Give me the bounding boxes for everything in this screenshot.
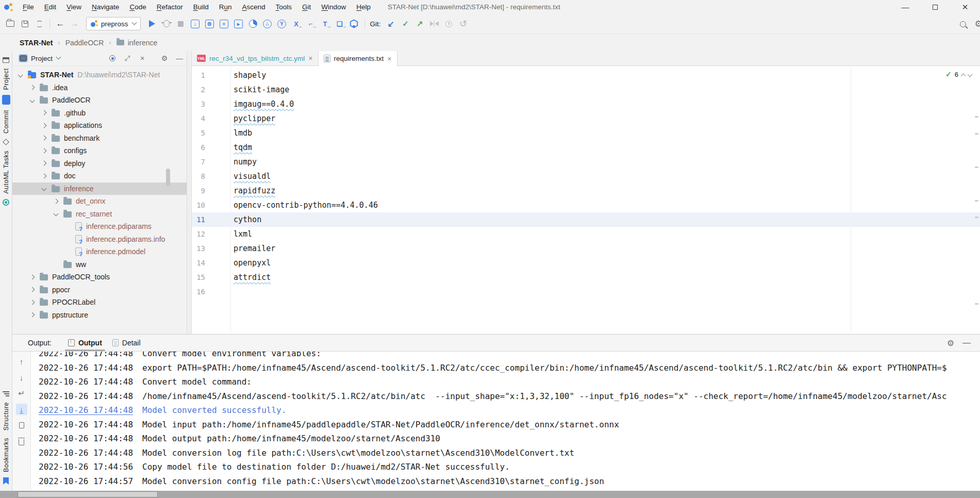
- scroll-down-button[interactable]: ↓: [16, 372, 27, 383]
- project-tool-icon[interactable]: [3, 57, 9, 63]
- tree-row[interactable]: PaddleOCR_tools: [12, 271, 187, 284]
- chevron-icon[interactable]: [30, 312, 35, 318]
- model-download-button[interactable]: ↓: [189, 17, 202, 30]
- tree-scrollbar[interactable]: [166, 169, 170, 186]
- menu-item[interactable]: Window: [316, 0, 351, 14]
- chevron-icon[interactable]: [42, 186, 47, 191]
- analysis-button[interactable]: Y: [275, 17, 289, 30]
- flag-convert-button[interactable]: ⌐→: [304, 17, 318, 30]
- project-view-selector[interactable]: Project: [31, 55, 53, 62]
- breadcrumb-item[interactable]: PaddleOCR: [65, 39, 104, 47]
- sync-button[interactable]: [32, 17, 46, 30]
- chevron-icon[interactable]: [54, 211, 59, 217]
- chevron-icon[interactable]: [30, 300, 35, 305]
- code-line[interactable]: 13 premailer: [192, 241, 980, 256]
- model-convert-button[interactable]: ⚙: [203, 17, 217, 30]
- tool-button-project[interactable]: Project: [3, 68, 10, 90]
- horizontal-scrollbar[interactable]: [0, 491, 980, 498]
- menu-item[interactable]: View: [61, 0, 87, 14]
- menu-item[interactable]: Run: [214, 0, 237, 14]
- code-line[interactable]: 16: [192, 285, 980, 299]
- tree-row[interactable]: det_onnx: [12, 195, 187, 208]
- menu-item[interactable]: Ascend: [237, 0, 271, 14]
- search-everywhere-button[interactable]: [957, 18, 971, 31]
- minimize-button[interactable]: —: [890, 0, 920, 14]
- open-folder-button[interactable]: [4, 17, 17, 30]
- code-line[interactable]: 11 cython: [192, 212, 980, 227]
- git-history-button[interactable]: [442, 17, 456, 30]
- tree-row[interactable]: STAR-Net D:\huawei\md2\STAR-Net: [12, 69, 187, 81]
- menu-item[interactable]: Edit: [39, 0, 61, 14]
- automl-icon[interactable]: [3, 199, 9, 206]
- git-rollback-button[interactable]: ↺: [457, 17, 470, 30]
- code-line[interactable]: 15 attrdict: [192, 270, 980, 285]
- panel-splitter[interactable]: [187, 51, 192, 334]
- hecs-button[interactable]: [347, 17, 361, 30]
- scrollbar-thumb[interactable]: [18, 491, 158, 497]
- stop-button[interactable]: [174, 17, 188, 30]
- hide-output-button[interactable]: —: [962, 338, 971, 347]
- chevron-icon[interactable]: [42, 123, 47, 128]
- tree-row[interactable]: benchmark: [12, 132, 187, 145]
- tree-row[interactable]: configs: [12, 144, 187, 157]
- tree-row[interactable]: PPOCRLabel: [12, 296, 187, 309]
- git-update-button[interactable]: ↙: [385, 17, 398, 30]
- stripe-mark[interactable]: [975, 303, 978, 305]
- code-line[interactable]: 9 rapidfuzz: [192, 184, 980, 198]
- hide-panel-button[interactable]: —: [175, 54, 184, 62]
- chevron-icon[interactable]: [42, 173, 47, 178]
- run-button[interactable]: [145, 17, 159, 30]
- code-line[interactable]: 4 pyclipper: [192, 111, 980, 126]
- chevron-icon[interactable]: [30, 287, 35, 292]
- tool-button-commit[interactable]: Commit: [3, 110, 10, 134]
- chevron-icon[interactable]: [42, 161, 47, 166]
- tab-detail[interactable]: Detail: [107, 335, 146, 351]
- tree-row[interactable]: ppocr: [12, 284, 187, 296]
- code-line[interactable]: 7 numpy: [192, 155, 980, 169]
- inspection-widget[interactable]: ✓ 6: [945, 70, 972, 78]
- tool-button-automl-tasks[interactable]: AutoML Tasks: [3, 151, 10, 194]
- breadcrumb-item[interactable]: inference: [128, 39, 158, 47]
- menu-item[interactable]: Build: [188, 0, 214, 14]
- stripe-mark[interactable]: [975, 167, 978, 168]
- tree-row[interactable]: .idea: [12, 81, 187, 94]
- chevron-icon[interactable]: [30, 85, 35, 90]
- settings-button[interactable]: ⚙: [972, 18, 980, 31]
- run-config-selector[interactable]: prepross: [86, 17, 141, 30]
- code-line[interactable]: 2 scikit-image: [192, 82, 980, 97]
- chevron-icon[interactable]: [42, 136, 47, 141]
- scroll-up-button[interactable]: ↑: [16, 356, 27, 367]
- code-line[interactable]: 5 lmdb: [192, 126, 980, 140]
- git-diff-button[interactable]: [428, 17, 441, 30]
- tab-output[interactable]: Output: [63, 335, 107, 351]
- menu-item[interactable]: File: [18, 0, 39, 14]
- tree-row[interactable]: PaddleOCR: [12, 94, 187, 107]
- profiling-button[interactable]: [246, 17, 260, 30]
- chevron-icon[interactable]: [30, 274, 35, 279]
- prev-problem-icon[interactable]: [961, 73, 966, 78]
- stripe-mark[interactable]: [975, 133, 978, 135]
- commit-tool-icon[interactable]: [2, 95, 10, 105]
- editor-body[interactable]: 1 shapely 2 scikit-image 3 imgaug==0.4.0…: [192, 66, 980, 334]
- chevron-icon[interactable]: [42, 110, 47, 115]
- close-tab-icon[interactable]: ×: [308, 54, 312, 62]
- menu-item[interactable]: Help: [351, 0, 376, 14]
- back-button[interactable]: ←: [54, 17, 67, 30]
- tree-row[interactable]: rec_starnet: [12, 208, 187, 221]
- copy-button[interactable]: [16, 420, 27, 431]
- expand-all-button[interactable]: ⤢: [123, 54, 131, 62]
- git-push-button[interactable]: ↗: [413, 17, 427, 30]
- bookmark-icon[interactable]: [3, 477, 9, 485]
- code-line[interactable]: 3 imgaug==0.4.0: [192, 97, 980, 111]
- code-line[interactable]: 14 openpyxl: [192, 256, 980, 270]
- code-line[interactable]: 10 opencv-contrib-python==4.4.0.46: [192, 198, 980, 212]
- code-line[interactable]: 6 tqdm: [192, 140, 980, 155]
- package-button[interactable]: ❏→: [333, 17, 346, 30]
- menu-item[interactable]: Tools: [271, 0, 297, 14]
- menu-item[interactable]: Code: [124, 0, 151, 14]
- maximize-button[interactable]: [920, 0, 950, 14]
- x2ms-button[interactable]: X→: [290, 17, 303, 30]
- stripe-mark[interactable]: [975, 200, 978, 202]
- next-problem-icon[interactable]: [968, 72, 973, 77]
- forward-button[interactable]: →: [68, 17, 81, 30]
